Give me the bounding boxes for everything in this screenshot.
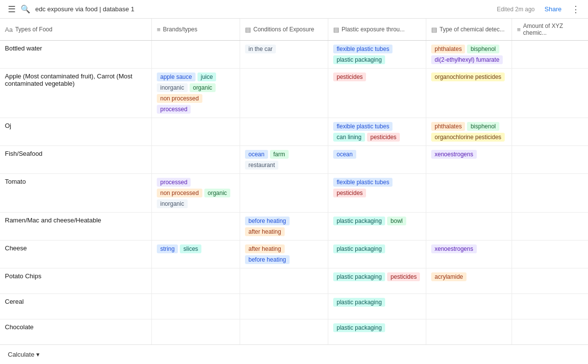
cell-food: Oj — [0, 118, 152, 146]
tag[interactable]: pesticides — [333, 189, 366, 197]
cell-food: Cheese — [0, 241, 152, 268]
tag[interactable]: ocean — [333, 150, 356, 159]
cell-conditions: after heatingbefore heating — [240, 241, 328, 268]
cell-brands: apple saucejuiceinorganicorganicnon proc… — [152, 69, 240, 118]
tag[interactable]: in the car — [245, 45, 276, 53]
tag[interactable]: plastic packaging — [333, 244, 385, 253]
tag[interactable]: processed — [157, 105, 191, 114]
tag[interactable]: pesticides — [333, 73, 366, 81]
col-label-chemical: Type of chemical detec... — [440, 26, 505, 33]
cell-brands — [152, 41, 240, 68]
tag[interactable]: non processed — [157, 94, 202, 103]
cell-plastic: plastic packaging — [328, 319, 426, 344]
cell-plastic: plastic packaging — [328, 241, 426, 268]
cell-chemical — [426, 319, 512, 344]
cell-food: Apple (Most contaminated fruit), Carrot … — [0, 69, 152, 118]
tag[interactable]: inorganic — [157, 83, 188, 92]
tag[interactable]: processed — [157, 178, 191, 187]
menu-icon[interactable]: ☰ — [8, 4, 16, 15]
col-header-conditions[interactable]: ▤ Conditions of Exposure — [240, 19, 328, 40]
cell-brands — [152, 319, 240, 344]
tag[interactable]: restaurant — [245, 161, 278, 170]
tag[interactable]: ocean — [245, 150, 268, 159]
food-name: Cheese — [5, 244, 27, 252]
tag[interactable]: after heating — [245, 227, 285, 236]
col-header-amount[interactable]: ≡ Amount of XYZ chemic... — [512, 19, 588, 40]
chevron-down-icon: ▾ — [36, 351, 40, 358]
tag[interactable]: phthalates — [431, 122, 465, 131]
col-label-food: Types of Food — [15, 26, 52, 33]
edited-label: Edited 2m ago — [497, 6, 535, 13]
tag[interactable]: di(2-ethylhexyl) fumarate — [431, 55, 503, 64]
tag[interactable]: bisphenol — [467, 45, 499, 53]
tag[interactable]: organochlorine pesticides — [431, 133, 505, 142]
cell-conditions — [240, 319, 328, 344]
tag[interactable]: pesticides — [387, 272, 420, 281]
col-label-brands: Brands/types — [163, 26, 197, 33]
tag[interactable]: xenoestrogens — [431, 150, 477, 159]
page-title: edc exposure via food | database 1 — [35, 5, 134, 13]
share-button[interactable]: Share — [540, 3, 565, 15]
tag[interactable]: before heating — [245, 217, 290, 225]
col-header-plastic[interactable]: ▤ Plastic exposure throu... — [328, 19, 426, 40]
tag[interactable]: organic — [190, 83, 216, 92]
cell-plastic: flexible plastic tubescan liningpesticid… — [328, 118, 426, 146]
table-row: Tomato processednon processedorganicinor… — [0, 174, 588, 213]
tag[interactable]: organochlorine pesticides — [431, 73, 505, 81]
tag[interactable]: bowl — [387, 217, 406, 225]
cell-plastic: ocean — [328, 146, 426, 173]
tag[interactable]: inorganic — [157, 199, 188, 208]
tag[interactable]: flexible plastic tubes — [333, 122, 392, 131]
tag[interactable]: bisphenol — [467, 122, 499, 131]
tag[interactable]: plastic packaging — [333, 272, 385, 281]
tag[interactable]: after heating — [245, 244, 285, 253]
tag[interactable]: farm — [270, 150, 289, 159]
cell-brands — [152, 146, 240, 173]
cell-plastic: pesticides — [328, 69, 426, 118]
table-row: Apple (Most contaminated fruit), Carrot … — [0, 69, 588, 118]
food-name: Apple (Most contaminated fruit), Carrot … — [5, 73, 147, 87]
table-row: Oj flexible plastic tubescan liningpesti… — [0, 118, 588, 146]
tag[interactable]: string — [157, 244, 178, 253]
tag[interactable]: plastic packaging — [333, 298, 385, 307]
food-name: Tomato — [5, 178, 26, 185]
cell-conditions: in the car — [240, 41, 328, 68]
cell-brands — [152, 294, 240, 319]
tag[interactable]: juice — [197, 73, 217, 81]
cell-chemical: xenoestrogens — [426, 241, 512, 268]
cell-conditions — [240, 294, 328, 319]
tag[interactable]: acrylamide — [431, 272, 466, 281]
tag[interactable]: xenoestrogens — [431, 244, 477, 253]
cell-chemical — [426, 294, 512, 319]
tag[interactable]: plastic packaging — [333, 323, 385, 332]
tag[interactable]: phthalates — [431, 45, 465, 53]
cell-amount — [512, 294, 588, 319]
tag[interactable]: plastic packaging — [333, 55, 385, 64]
table-row: Cheese stringslices after heatingbefore … — [0, 241, 588, 268]
cell-amount — [512, 118, 588, 146]
tag[interactable]: plastic packaging — [333, 217, 385, 225]
cell-chemical: phthalatesbisphenoldi(2-ethylhexyl) fuma… — [426, 41, 512, 68]
cell-amount — [512, 174, 588, 212]
col-header-chemical[interactable]: ▤ Type of chemical detec... — [426, 19, 512, 40]
tag[interactable]: flexible plastic tubes — [333, 45, 392, 53]
cell-plastic: plastic packaging — [328, 294, 426, 319]
tag[interactable]: pesticides — [367, 133, 400, 142]
tag[interactable]: organic — [204, 189, 230, 197]
food-name: Bottled water — [5, 45, 42, 52]
more-icon[interactable]: ⋮ — [571, 4, 580, 15]
col-header-brands[interactable]: ≡ Brands/types — [152, 19, 240, 40]
tag[interactable]: non processed — [157, 189, 202, 197]
tag[interactable]: before heating — [245, 255, 290, 264]
tag[interactable]: can lining — [333, 133, 365, 142]
calculate-button[interactable]: Calculate ▾ — [8, 351, 40, 358]
tag[interactable]: slices — [180, 244, 201, 253]
col-header-food[interactable]: Aa Types of Food — [0, 19, 152, 40]
tag[interactable]: flexible plastic tubes — [333, 178, 392, 187]
tag[interactable]: apple sauce — [157, 73, 196, 81]
cell-plastic: plastic packagingpesticides — [328, 268, 426, 293]
topbar-right: Edited 2m ago Share ⋮ — [497, 3, 580, 15]
cell-chemical: xenoestrogens — [426, 146, 512, 173]
cell-amount — [512, 319, 588, 344]
col-icon-chemical: ▤ — [431, 26, 437, 33]
